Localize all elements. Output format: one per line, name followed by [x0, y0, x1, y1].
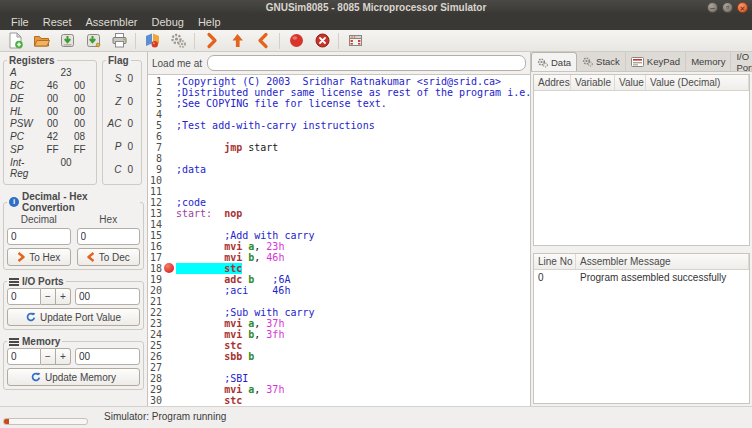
- code-line[interactable]: 5;Test add-with-carry instructions: [148, 120, 530, 131]
- load-address-input[interactable]: [207, 55, 526, 71]
- code-line[interactable]: 15 ;Add with carry: [148, 230, 530, 241]
- breakpoint-gutter[interactable]: [162, 208, 176, 219]
- breakpoint-gutter[interactable]: [162, 307, 176, 318]
- breakpoint-gutter[interactable]: [162, 373, 176, 384]
- keypad-button[interactable]: [342, 31, 368, 51]
- stop-button[interactable]: [309, 31, 335, 51]
- decrement-button[interactable]: −: [41, 348, 56, 365]
- tab-keypad[interactable]: KeyPad: [626, 52, 686, 71]
- code-line[interactable]: 11: [148, 186, 530, 197]
- breakpoint-gutter[interactable]: [162, 252, 176, 263]
- breakpoint-gutter[interactable]: [162, 296, 176, 307]
- breakpoint-gutter[interactable]: [162, 120, 176, 131]
- io-port-address-input[interactable]: [7, 288, 41, 305]
- tab-memory[interactable]: Memory: [686, 52, 731, 71]
- line-number[interactable]: 20: [148, 285, 162, 296]
- code-line[interactable]: 8: [148, 153, 530, 164]
- line-number[interactable]: 25: [148, 340, 162, 351]
- breakpoint-gutter[interactable]: [162, 175, 176, 186]
- column-header[interactable]: Variable: [571, 75, 615, 90]
- breakpoint-gutter[interactable]: [162, 329, 176, 340]
- tab-i-o-ports[interactable]: I/O Ports: [731, 52, 752, 71]
- line-number[interactable]: 28: [148, 373, 162, 384]
- code-line[interactable]: 7 jmp start: [148, 142, 530, 153]
- code-line[interactable]: 6: [148, 131, 530, 142]
- line-number[interactable]: 22: [148, 307, 162, 318]
- breakpoint-gutter[interactable]: [162, 230, 176, 241]
- code-line[interactable]: 4: [148, 109, 530, 120]
- memory-address-input[interactable]: [7, 348, 41, 365]
- line-number[interactable]: 11: [148, 186, 162, 197]
- breakpoint-gutter[interactable]: [162, 131, 176, 142]
- breakpoint-gutter[interactable]: [162, 142, 176, 153]
- code-line[interactable]: 3;See COPYING file for license text.: [148, 98, 530, 109]
- data-table-body[interactable]: [534, 91, 749, 245]
- menu-assembler[interactable]: Assembler: [78, 15, 144, 30]
- line-number[interactable]: 1: [148, 76, 162, 87]
- breakpoint-gutter[interactable]: [162, 241, 176, 252]
- breakpoint-gutter[interactable]: [162, 395, 176, 406]
- code-line[interactable]: 16 mvi a, 23h: [148, 241, 530, 252]
- settings-button[interactable]: [165, 31, 191, 51]
- line-number[interactable]: 15: [148, 230, 162, 241]
- breakpoint-gutter[interactable]: [162, 263, 176, 274]
- breakpoint-gutter[interactable]: [162, 197, 176, 208]
- breakpoint-gutter[interactable]: [162, 384, 176, 395]
- menu-help[interactable]: Help: [191, 15, 228, 30]
- update-port-button[interactable]: Update Port Value: [7, 308, 140, 326]
- column-header[interactable]: Assembler Message: [576, 254, 749, 269]
- breakpoint-gutter[interactable]: [162, 340, 176, 351]
- increment-button[interactable]: +: [56, 288, 71, 305]
- line-number[interactable]: 18: [148, 263, 162, 274]
- breakpoint-gutter[interactable]: [162, 109, 176, 120]
- breakpoint-gutter[interactable]: [162, 219, 176, 230]
- breakpoint-gutter[interactable]: [162, 285, 176, 296]
- code-line[interactable]: 19 adc b ;6A: [148, 274, 530, 285]
- assemble-button[interactable]: [139, 31, 165, 51]
- code-line[interactable]: 26 sbb b: [148, 351, 530, 362]
- column-header[interactable]: Line No: [534, 254, 576, 269]
- code-line[interactable]: 23 mvi a, 37h: [148, 318, 530, 329]
- menu-file[interactable]: File: [4, 15, 36, 30]
- to-dec-button[interactable]: To Dec: [77, 248, 141, 266]
- increment-button[interactable]: +: [56, 348, 71, 365]
- update-memory-button[interactable]: Update Memory: [7, 368, 140, 386]
- message-row[interactable]: 0Program assembled successfully: [534, 270, 749, 285]
- step-up-button[interactable]: [224, 31, 250, 51]
- column-header[interactable]: Address: [534, 75, 571, 90]
- breakpoint-gutter[interactable]: [162, 362, 176, 373]
- line-number[interactable]: 5: [148, 120, 162, 131]
- column-header[interactable]: Value: [615, 75, 646, 90]
- tab-stack[interactable]: Stack: [577, 52, 626, 71]
- save-as-button[interactable]: [80, 31, 106, 51]
- line-number[interactable]: 4: [148, 109, 162, 120]
- breakpoint-gutter[interactable]: [162, 351, 176, 362]
- code-line[interactable]: 24 mvi b, 3fh: [148, 329, 530, 340]
- line-number[interactable]: 30: [148, 395, 162, 406]
- code-line[interactable]: 30 stc: [148, 395, 530, 406]
- line-number[interactable]: 21: [148, 296, 162, 307]
- step-forward-button[interactable]: [198, 31, 224, 51]
- line-number[interactable]: 19: [148, 274, 162, 285]
- breakpoint-icon[interactable]: [164, 263, 174, 273]
- line-number[interactable]: 17: [148, 252, 162, 263]
- print-button[interactable]: [106, 31, 132, 51]
- line-number[interactable]: 24: [148, 329, 162, 340]
- line-number[interactable]: 3: [148, 98, 162, 109]
- line-number[interactable]: 12: [148, 197, 162, 208]
- new-file-button[interactable]: [2, 31, 28, 51]
- to-hex-button[interactable]: To Hex: [7, 248, 71, 266]
- breakpoint-gutter[interactable]: [162, 164, 176, 175]
- code-line[interactable]: 27: [148, 362, 530, 373]
- breakpoint-gutter[interactable]: [162, 76, 176, 87]
- step-back-button[interactable]: [250, 31, 276, 51]
- menu-debug[interactable]: Debug: [144, 15, 190, 30]
- code-line[interactable]: 29 mvi a, 37h: [148, 384, 530, 395]
- breakpoint-gutter[interactable]: [162, 87, 176, 98]
- menu-reset[interactable]: Reset: [36, 15, 79, 30]
- code-line[interactable]: 14: [148, 219, 530, 230]
- minimize-icon[interactable]: [707, 2, 718, 13]
- tab-data[interactable]: Data: [531, 52, 577, 71]
- breakpoint-gutter[interactable]: [162, 153, 176, 164]
- hex-input[interactable]: [77, 228, 141, 245]
